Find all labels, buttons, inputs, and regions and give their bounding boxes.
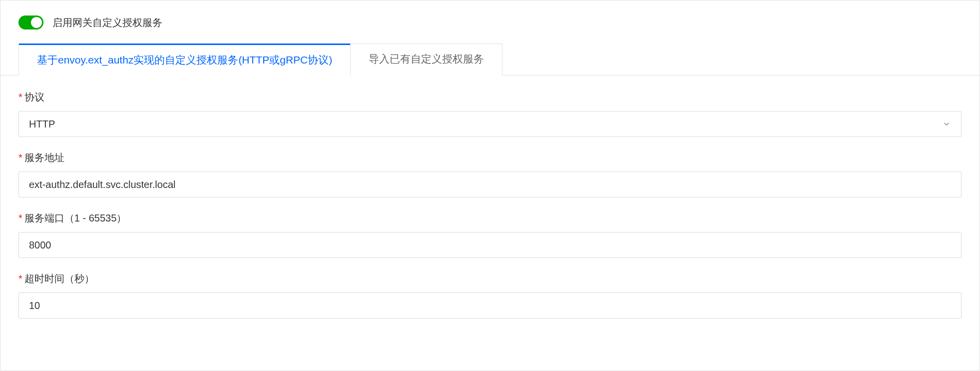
timeout-label: *超时时间（秒） [18,272,962,286]
tab-import-existing-label: 导入已有自定义授权服务 [369,53,484,64]
tab-envoy-ext-authz[interactable]: 基于envoy.ext_authz实现的自定义授权服务(HTTP或gRPC协议) [18,44,351,76]
config-panel: 启用网关自定义授权服务 基于envoy.ext_authz实现的自定义授权服务(… [0,0,980,371]
required-mark: * [18,212,22,224]
protocol-select-value: HTTP [29,118,55,130]
form-section: *协议 HTTP *服务地址 *服务端口（1 - 65535） *超时时 [0,76,980,318]
timeout-input[interactable] [18,292,962,318]
tab-import-existing[interactable]: 导入已有自定义授权服务 [351,44,502,76]
toggle-row: 启用网关自定义授权服务 [0,0,980,44]
required-mark: * [18,273,22,284]
service-port-input[interactable] [18,232,962,258]
protocol-select[interactable]: HTTP [18,111,962,137]
enable-gateway-auth-toggle[interactable] [18,16,43,30]
protocol-group: *协议 HTTP [18,90,962,137]
service-address-input[interactable] [18,172,962,198]
service-address-label: *服务地址 [18,151,962,164]
tabs-container: 基于envoy.ext_authz实现的自定义授权服务(HTTP或gRPC协议)… [0,44,980,76]
timeout-group: *超时时间（秒） [18,272,962,318]
chevron-down-icon [942,120,951,128]
required-mark: * [18,152,22,163]
protocol-label: *协议 [18,90,962,104]
required-mark: * [18,92,22,102]
service-address-group: *服务地址 [18,151,962,198]
enable-gateway-auth-label: 启用网关自定义授权服务 [52,16,162,30]
service-port-group: *服务端口（1 - 65535） [18,212,962,258]
service-port-label: *服务端口（1 - 65535） [18,212,962,225]
tab-envoy-ext-authz-label: 基于envoy.ext_authz实现的自定义授权服务(HTTP或gRPC协议) [37,54,332,66]
